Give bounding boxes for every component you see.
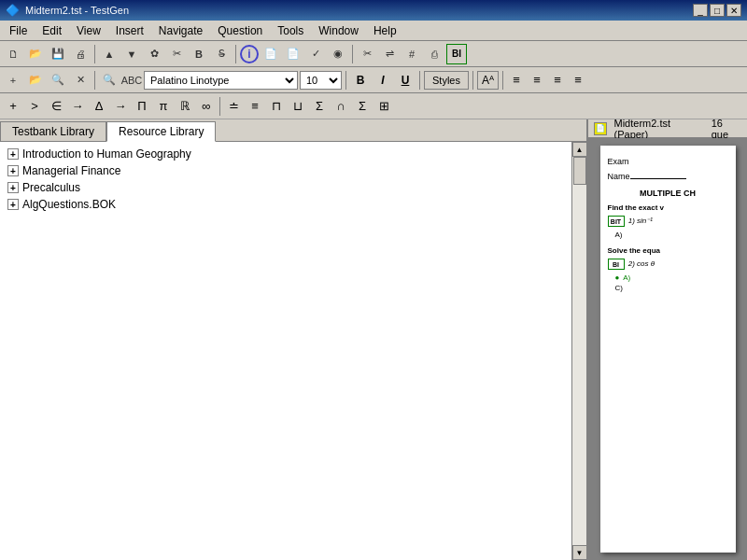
name-label: Name	[608, 172, 728, 181]
sym-grid[interactable]: ⊞	[374, 96, 394, 117]
sym-box1[interactable]: ⊓	[266, 96, 287, 117]
page-button[interactable]: 📄	[261, 44, 281, 64]
save-button[interactable]: 💾	[48, 44, 68, 64]
doc-content: Exam Name MULTIPLE CH Find the exact v B…	[588, 138, 747, 560]
new-button[interactable]: 🗋	[3, 44, 23, 64]
sym-pi-lower[interactable]: π	[153, 96, 174, 117]
fmt-open-button[interactable]: 📂	[25, 70, 46, 91]
expand-alg[interactable]: +	[7, 199, 19, 210]
sym-real[interactable]: ℝ	[175, 96, 195, 117]
strikethrough-button[interactable]: S̶	[211, 44, 232, 64]
tree-item-alg[interactable]: + AlgQuestions.BOK	[4, 196, 570, 213]
sep-fmt-1	[94, 71, 95, 90]
maximize-button[interactable]: □	[710, 4, 725, 17]
sym-box2[interactable]: ⊔	[288, 96, 308, 117]
check-button[interactable]: ✓	[305, 44, 326, 64]
bold-symbol-button[interactable]: B	[189, 44, 209, 64]
sym-pi-upper[interactable]: Π	[132, 96, 152, 117]
expand-precalculus[interactable]: +	[7, 182, 19, 193]
fmt-del-button[interactable]: ✕	[70, 70, 91, 91]
tree-item-geography[interactable]: + Introduction to Human Geography	[4, 146, 570, 162]
menu-help[interactable]: Help	[366, 22, 404, 39]
sep-2	[235, 45, 236, 63]
info-button[interactable]: i	[240, 45, 259, 63]
tree-item-precalculus[interactable]: + Precalculus	[4, 179, 570, 196]
italic-button[interactable]: I	[373, 70, 393, 91]
sym-arrow2[interactable]: →	[110, 96, 131, 117]
menu-insert[interactable]: Insert	[108, 22, 151, 39]
radio-button[interactable]: ◉	[328, 44, 348, 64]
sep-fmt-3	[419, 71, 420, 90]
print2-button[interactable]: ⎙	[424, 44, 444, 64]
sym-eq2[interactable]: ≡	[245, 96, 265, 117]
font-select[interactable]: Palatino Linotype	[144, 71, 298, 90]
bold-button[interactable]: B	[350, 70, 371, 91]
fmt-zoom-button[interactable]: 🔍	[99, 70, 120, 91]
open-button[interactable]: 📂	[25, 44, 46, 64]
align-left-button[interactable]: ≡	[507, 71, 526, 90]
menu-question[interactable]: Question	[210, 22, 270, 39]
sym-eq1[interactable]: ≐	[223, 96, 244, 117]
fmt-new-button[interactable]: +	[3, 70, 23, 91]
title-bar-text: Midterm2.tst - TestGen	[25, 5, 687, 16]
aa-button[interactable]: Aᴬ	[477, 71, 499, 90]
menu-navigate[interactable]: Navigate	[151, 22, 210, 39]
sym-infinity[interactable]: ∞	[196, 96, 217, 117]
underline-button[interactable]: U	[395, 70, 416, 91]
align-right-button[interactable]: ≡	[548, 71, 567, 90]
align-center-button[interactable]: ≡	[528, 71, 546, 90]
sep-fmt-2	[345, 71, 346, 90]
sym-intersect[interactable]: ∩	[331, 96, 351, 117]
fmt-search-button[interactable]: 🔍	[48, 70, 68, 91]
size-select[interactable]: 10	[300, 71, 342, 90]
styles-button[interactable]: Styles	[424, 71, 469, 90]
question-2-row: BI 2) cos θ	[608, 259, 728, 270]
menu-window[interactable]: Window	[311, 22, 366, 39]
document-page: Exam Name MULTIPLE CH Find the exact v B…	[600, 146, 736, 553]
close-button[interactable]: ✕	[726, 4, 741, 17]
fmt-spell-button[interactable]: ABC	[121, 70, 142, 91]
scroll-thumb[interactable]	[573, 157, 586, 185]
cut-button[interactable]: ✂	[357, 44, 377, 64]
question-count: 16 que	[712, 119, 741, 140]
sep-fmt-5	[502, 71, 503, 90]
tree-item-finance[interactable]: + Managerial Finance	[4, 162, 570, 179]
toolbar-symbols: + > ∈ → Δ → Π π ℝ ∞ ≐ ≡ ⊓ ⊔ Σ ∩ Σ ⊞	[0, 93, 747, 119]
title-bar-buttons: _ □ ✕	[693, 4, 741, 17]
special-button[interactable]: ✿	[144, 44, 164, 64]
scroll-track[interactable]	[572, 157, 586, 545]
library-tabs: Testbank Library Resource Library	[0, 119, 586, 142]
sym-sigma2[interactable]: Σ	[352, 96, 373, 117]
menu-edit[interactable]: Edit	[35, 22, 69, 39]
solve-eq-section: Solve the equa BI 2) cos θ ● A) C)	[608, 246, 728, 292]
tab-testbank[interactable]: Testbank Library	[0, 121, 106, 141]
sep-fmt-4	[472, 71, 473, 90]
menu-tools[interactable]: Tools	[270, 22, 311, 39]
sym-element[interactable]: ∈	[46, 96, 66, 117]
sym-arrow[interactable]: →	[67, 96, 88, 117]
find-exact-label: Find the exact v	[608, 203, 728, 212]
menu-file[interactable]: File	[2, 22, 35, 39]
numbered-button[interactable]: #	[402, 44, 422, 64]
scissors-button[interactable]: ✂	[166, 44, 187, 64]
sym-greater[interactable]: >	[24, 96, 45, 117]
bi-button[interactable]: BI	[446, 44, 467, 64]
page2-button[interactable]: 📄	[283, 44, 303, 64]
sym-delta[interactable]: Δ	[89, 96, 109, 117]
minimize-button[interactable]: _	[693, 4, 708, 17]
sym-plus[interactable]: +	[3, 96, 23, 117]
library-scrollbar[interactable]: ▲ ▼	[571, 142, 586, 560]
scroll-down-button[interactable]: ▼	[572, 545, 587, 560]
align-justify-button[interactable]: ≡	[569, 71, 587, 90]
undo-down-button[interactable]: ▼	[121, 44, 142, 64]
align-button[interactable]: ⇌	[379, 44, 400, 64]
scroll-up-button[interactable]: ▲	[572, 142, 587, 157]
menu-view[interactable]: View	[69, 22, 108, 39]
app-icon: 🔷	[6, 4, 20, 17]
expand-geography[interactable]: +	[7, 148, 19, 160]
tab-resource[interactable]: Resource Library	[106, 121, 216, 142]
expand-finance[interactable]: +	[7, 165, 19, 176]
sym-sigma[interactable]: Σ	[309, 96, 330, 117]
undo-up-button[interactable]: ▲	[99, 44, 120, 64]
print-button[interactable]: 🖨	[70, 44, 91, 64]
